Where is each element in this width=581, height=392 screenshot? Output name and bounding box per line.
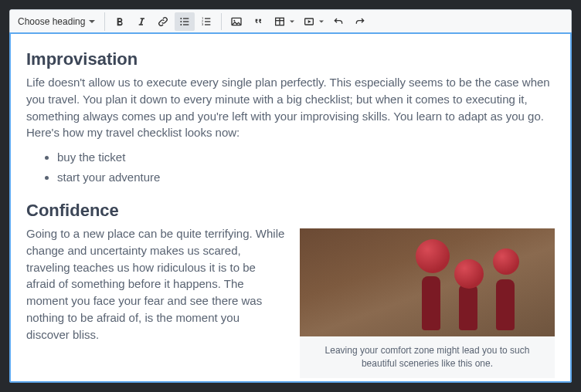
redo-icon xyxy=(354,15,366,28)
svg-point-2 xyxy=(180,21,182,22)
image-icon xyxy=(230,15,243,28)
undo-icon xyxy=(332,15,345,28)
numbered-list-button[interactable]: 123 xyxy=(196,12,216,31)
editor-content[interactable]: Improvisation Life doesn't allow us to e… xyxy=(9,32,572,383)
list-item[interactable]: buy the ticket xyxy=(57,147,555,167)
svg-rect-1 xyxy=(183,18,189,19)
numbered-list-icon: 123 xyxy=(200,15,212,28)
editor-window: Choose heading 123 xyxy=(9,9,572,383)
media-icon xyxy=(303,15,315,28)
table-icon xyxy=(274,15,286,28)
monk-figure xyxy=(496,279,515,330)
italic-icon xyxy=(135,15,148,28)
heading-select[interactable]: Choose heading xyxy=(13,12,100,31)
bulleted-list-icon xyxy=(178,15,191,28)
link-icon xyxy=(157,15,169,28)
redo-button[interactable] xyxy=(350,12,370,31)
umbrella-icon xyxy=(493,248,519,275)
umbrella-icon xyxy=(416,239,450,273)
figure[interactable]: Leaving your comfort zone might lead you… xyxy=(300,228,555,378)
svg-rect-3 xyxy=(183,21,189,22)
svg-rect-7 xyxy=(205,18,210,19)
link-button[interactable] xyxy=(153,12,173,31)
monk-figure xyxy=(459,284,477,330)
bold-icon xyxy=(114,15,126,28)
svg-point-0 xyxy=(180,18,182,19)
separator xyxy=(221,13,222,30)
svg-rect-5 xyxy=(183,24,189,25)
figure-caption[interactable]: Leaving your comfort zone might lead you… xyxy=(300,336,555,373)
svg-point-4 xyxy=(180,24,182,25)
image-button[interactable] xyxy=(226,12,246,31)
media-dropdown[interactable] xyxy=(299,12,327,31)
figure-image[interactable] xyxy=(300,228,555,336)
umbrella-icon xyxy=(454,259,484,289)
bold-button[interactable] xyxy=(110,12,130,31)
blockquote-button[interactable] xyxy=(248,12,268,31)
list-item[interactable]: start your adventure xyxy=(57,167,555,188)
svg-point-13 xyxy=(233,19,235,21)
svg-text:3: 3 xyxy=(202,22,204,26)
undo-button[interactable] xyxy=(328,12,348,31)
monk-figure xyxy=(422,276,440,330)
table-dropdown[interactable] xyxy=(270,12,297,31)
paragraph-improvisation[interactable]: Life doesn't allow us to execute every s… xyxy=(26,74,555,141)
heading-improvisation[interactable]: Improvisation xyxy=(26,49,555,69)
heading-dropdown[interactable]: Choose heading xyxy=(13,12,105,31)
quote-icon xyxy=(252,15,264,28)
checklist[interactable]: buy the ticket start your adventure xyxy=(26,147,555,187)
italic-button[interactable] xyxy=(131,12,151,31)
bulleted-list-button[interactable] xyxy=(175,12,195,31)
svg-rect-9 xyxy=(205,21,210,22)
toolbar: Choose heading 123 xyxy=(10,10,571,33)
svg-rect-11 xyxy=(205,24,210,25)
heading-confidence[interactable]: Confidence xyxy=(26,201,555,221)
